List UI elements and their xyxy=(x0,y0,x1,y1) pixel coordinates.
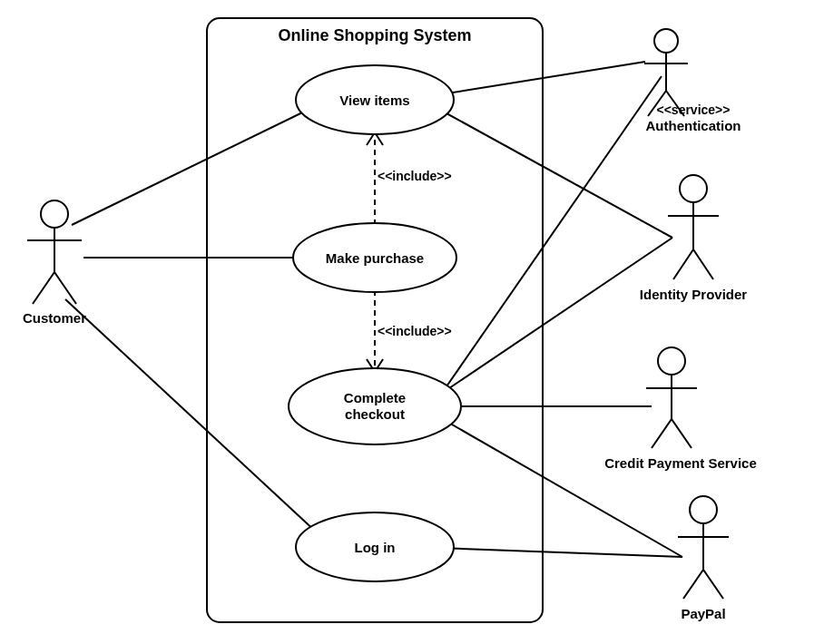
usecase-make-purchase-label: Make purchase xyxy=(326,250,424,266)
actor-identity-provider xyxy=(668,175,719,279)
svg-point-10 xyxy=(680,175,707,202)
actor-auth-name: Authentication xyxy=(646,118,741,133)
actor-idp-label: Identity Provider xyxy=(640,287,748,302)
actor-credit-payment xyxy=(646,347,697,448)
use-case-diagram: Online Shopping System <<include>> <<inc… xyxy=(0,0,824,644)
assoc-idp-viewitems xyxy=(438,109,672,238)
assoc-auth-viewitems xyxy=(436,62,645,95)
svg-line-3 xyxy=(33,272,54,304)
actor-paypal-label: PayPal xyxy=(681,606,725,621)
svg-line-24 xyxy=(703,570,723,599)
svg-line-13 xyxy=(673,249,693,279)
svg-line-18 xyxy=(652,419,672,448)
svg-point-5 xyxy=(654,29,678,53)
assoc-paypal-checkout xyxy=(446,421,682,557)
svg-line-19 xyxy=(672,419,692,448)
svg-line-14 xyxy=(693,249,713,279)
actor-customer xyxy=(27,200,82,304)
assoc-customer-login xyxy=(65,299,330,545)
usecase-log-in-label: Log in xyxy=(355,540,396,555)
actor-paypal xyxy=(678,496,729,599)
usecase-complete-checkout-label2: checkout xyxy=(345,406,405,422)
svg-line-23 xyxy=(683,570,703,599)
assoc-auth-checkout xyxy=(445,76,662,389)
actor-cps-label: Credit Payment Service xyxy=(604,455,757,471)
include-label-2: <<include>> xyxy=(378,324,452,338)
svg-point-20 xyxy=(690,496,717,523)
actor-customer-label: Customer xyxy=(23,310,86,326)
include-label-1: <<include>> xyxy=(378,169,452,183)
assoc-paypal-login xyxy=(439,548,682,557)
usecase-complete-checkout-label1: Complete xyxy=(344,390,406,405)
actor-auth-stereo: <<service>> xyxy=(657,102,731,117)
svg-line-4 xyxy=(54,272,76,304)
assoc-idp-checkout xyxy=(446,238,672,390)
svg-point-0 xyxy=(41,200,68,228)
assoc-customer-viewitems xyxy=(72,99,330,225)
svg-point-15 xyxy=(658,347,685,375)
usecase-view-items-label: View items xyxy=(339,93,409,108)
system-title: Online Shopping System xyxy=(278,26,471,44)
